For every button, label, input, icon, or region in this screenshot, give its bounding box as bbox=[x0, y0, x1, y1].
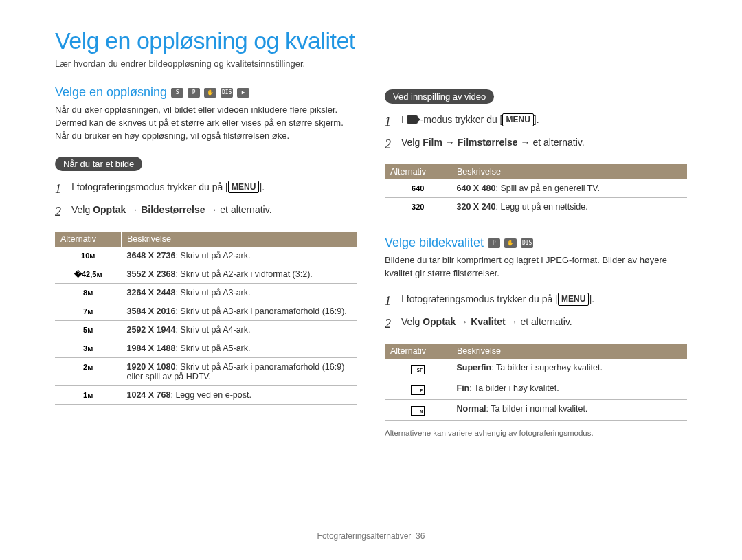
left-column: Velge en oppløsning S P ✋ DIS ▶ Når du ø… bbox=[55, 85, 357, 437]
quality-footnote: Alternativene kan variere avhengig av fo… bbox=[385, 429, 687, 437]
menu-button-icon: MENU bbox=[558, 293, 589, 306]
resolution-icon: 1м bbox=[55, 385, 122, 404]
step-1: 1 I -modus trykker du [MENU]. bbox=[385, 111, 687, 133]
steps-video: 1 I -modus trykker du [MENU]. 2 Velg Fil… bbox=[385, 111, 687, 156]
mode-video-icon: ▶ bbox=[237, 88, 249, 98]
quality-icon: N bbox=[385, 400, 451, 421]
table-row: 10м3648 X 2736: Skriv ut på A2-ark. bbox=[55, 247, 357, 265]
quality-icon: SF bbox=[385, 359, 451, 379]
videocam-icon bbox=[407, 115, 418, 124]
heading-text: Velge bildekvalitet bbox=[385, 236, 484, 250]
video-size-icon: 320 bbox=[385, 198, 451, 216]
resolution-desc: 3264 X 2448: Skriv ut på A3-ark. bbox=[122, 283, 358, 302]
resolution-desc: 1984 X 1488: Skriv ut på A5-ark. bbox=[122, 339, 358, 357]
video-size-icon: 640 bbox=[385, 179, 451, 198]
quality-icon: F bbox=[385, 379, 451, 400]
step-number: 1 bbox=[55, 181, 65, 198]
resolution-desc: 3552 X 2368: Skriv ut på A2-ark i vidfor… bbox=[122, 265, 358, 283]
pill-video: Ved innspilling av video bbox=[385, 89, 494, 104]
section-heading-resolution: Velge en oppløsning S P ✋ DIS ▶ bbox=[55, 85, 357, 100]
table-row: 2м1920 X 1080: Skriv ut på A5-ark i pano… bbox=[55, 357, 357, 385]
resolution-desc: 2592 X 1944: Skriv ut på A4-ark. bbox=[122, 320, 358, 339]
th-description: Beskrivelse bbox=[451, 344, 688, 359]
th-alternative: Alternativ bbox=[55, 232, 122, 247]
step-number: 2 bbox=[385, 136, 394, 153]
step-2: 2 Velg Opptak → Bildestørrelse → et alte… bbox=[55, 201, 357, 223]
table-row: 320320 X 240: Legg ut på en nettside. bbox=[385, 198, 687, 216]
table-row: 3м1984 X 1488: Skriv ut på A5-ark. bbox=[55, 339, 357, 357]
step-number: 2 bbox=[385, 315, 394, 333]
th-description: Beskrivelse bbox=[122, 232, 358, 247]
resolution-icon: 7м bbox=[55, 302, 122, 320]
resolution-intro: Når du øker oppløsningen, vil bildet ell… bbox=[55, 104, 357, 143]
th-alternative: Alternativ bbox=[385, 344, 451, 359]
resolution-desc: 3648 X 2736: Skriv ut på A2-ark. bbox=[122, 247, 358, 265]
resolution-icon: 2м bbox=[55, 357, 122, 385]
menu-button-icon: MENU bbox=[502, 113, 533, 126]
table-row: NNormal: Ta bilder i normal kvalitet. bbox=[385, 400, 687, 421]
mode-p-icon: P bbox=[488, 238, 500, 248]
resolution-icon: 10м bbox=[55, 247, 122, 265]
heading-text: Velge en oppløsning bbox=[55, 85, 167, 100]
video-size-desc: 320 X 240: Legg ut på en nettside. bbox=[451, 198, 688, 216]
step-2: 2 Velg Film → Filmstørrelse → et alterna… bbox=[385, 133, 687, 156]
pill-photo: Når du tar et bilde bbox=[55, 157, 142, 171]
section-heading-quality: Velge bildekvalitet P ✋ DIS bbox=[385, 236, 687, 250]
resolution-icon: 5м bbox=[55, 320, 122, 339]
step-number: 1 bbox=[385, 113, 394, 131]
mode-hand-icon: ✋ bbox=[204, 88, 216, 98]
page-footer: Fotograferingsalternativer 36 bbox=[0, 531, 742, 541]
quality-table: Alternativ Beskrivelse SFSuperfin: Ta bi… bbox=[385, 344, 687, 421]
table-row: 1м1024 X 768: Legg ved en e-post. bbox=[55, 385, 357, 404]
steps-photo: 1 I fotograferingsmodus trykker du på [M… bbox=[55, 178, 357, 223]
table-row: 640640 X 480: Spill av på en generell TV… bbox=[385, 179, 687, 198]
page-subtitle: Lær hvordan du endrer bildeoppløsning og… bbox=[55, 58, 687, 69]
resolution-icon: 3м bbox=[55, 339, 122, 357]
video-size-desc: 640 X 480: Spill av på en generell TV. bbox=[451, 179, 688, 198]
steps-quality: 1 I fotograferingsmodus trykker du på [M… bbox=[385, 290, 687, 335]
table-row: SFSuperfin: Ta bilder i superhøy kvalite… bbox=[385, 359, 687, 379]
step-number: 2 bbox=[55, 203, 65, 221]
table-row: 7м3584 X 2016: Skriv ut på A3-ark i pano… bbox=[55, 302, 357, 320]
mode-dis-icon: DIS bbox=[221, 88, 233, 98]
quality-desc: Fin: Ta bilder i høy kvalitet. bbox=[451, 379, 688, 400]
resolution-icon: 8м bbox=[55, 283, 122, 302]
step-number: 1 bbox=[385, 293, 394, 310]
quality-desc: Superfin: Ta bilder i superhøy kvalitet. bbox=[451, 359, 688, 379]
table-row: 5м2592 X 1944: Skriv ut på A4-ark. bbox=[55, 320, 357, 339]
menu-button-icon: MENU bbox=[228, 181, 259, 194]
step-2: 2 Velg Opptak → Kvalitet → et alternativ… bbox=[385, 313, 687, 335]
table-row: 8м3264 X 2448: Skriv ut på A3-ark. bbox=[55, 283, 357, 302]
mode-smart-icon: S bbox=[171, 88, 183, 98]
mode-dis-icon: DIS bbox=[521, 238, 533, 248]
step-1: 1 I fotograferingsmodus trykker du på [M… bbox=[55, 178, 357, 201]
step-1: 1 I fotograferingsmodus trykker du på [M… bbox=[385, 290, 687, 313]
th-description: Beskrivelse bbox=[451, 164, 688, 179]
resolution-desc: 1920 X 1080: Skriv ut på A5-ark i panora… bbox=[122, 357, 358, 385]
page-title: Velg en oppløsning og kvalitet bbox=[55, 27, 687, 54]
quality-desc: Normal: Ta bilder i normal kvalitet. bbox=[451, 400, 688, 421]
th-alternative: Alternativ bbox=[385, 164, 451, 179]
quality-intro: Bildene du tar blir komprimert og lagret… bbox=[385, 254, 687, 280]
mode-p-icon: P bbox=[188, 88, 200, 98]
resolution-icon: �42,5м⁠ bbox=[55, 265, 122, 283]
mode-hand-icon: ✋ bbox=[504, 238, 517, 248]
video-size-table: Alternativ Beskrivelse 640640 X 480: Spi… bbox=[385, 164, 687, 216]
table-row: FFin: Ta bilder i høy kvalitet. bbox=[385, 379, 687, 400]
resolution-desc: 1024 X 768: Legg ved en e-post. bbox=[122, 385, 358, 404]
table-row: �42,5м⁠3552 X 2368: Skriv ut på A2-ark i… bbox=[55, 265, 357, 283]
resolution-desc: 3584 X 2016: Skriv ut på A3-ark i panora… bbox=[122, 302, 358, 320]
right-column: Ved innspilling av video 1 I -modus tryk… bbox=[385, 85, 687, 437]
resolution-table: Alternativ Beskrivelse 10м3648 X 2736: S… bbox=[55, 232, 357, 405]
